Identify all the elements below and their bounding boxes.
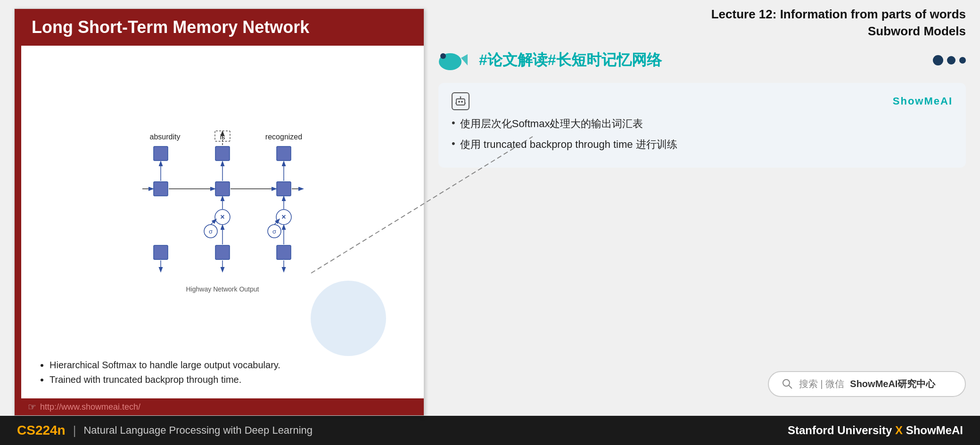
node-t1-top bbox=[154, 146, 168, 161]
bottom-bar: CS224n | Natural Language Processing wit… bbox=[0, 416, 980, 445]
showmeai-brand: ShowMeAI bbox=[893, 95, 953, 107]
slide-footer: ☞ http://www.showmeai.tech/ bbox=[21, 398, 424, 415]
bullet-1: Hierarchical Softmax to handle large out… bbox=[49, 360, 410, 371]
dot-small bbox=[959, 57, 966, 64]
svg-point-1 bbox=[440, 53, 446, 59]
gate-x-t3: × bbox=[281, 213, 286, 221]
slide-left-bar bbox=[15, 9, 21, 415]
sigma-t3: σ bbox=[272, 228, 276, 235]
diagram-caption: Highway Network Output bbox=[133, 285, 312, 293]
x-mark: X bbox=[895, 424, 906, 437]
course-name: Natural Language Processing with Deep Le… bbox=[83, 424, 313, 437]
deco-dots bbox=[933, 55, 966, 65]
slide-diagram: absurdity is recognized bbox=[35, 55, 410, 355]
search-divider: 搜索 | 微信 bbox=[799, 378, 844, 390]
node-t1-bot bbox=[154, 245, 168, 259]
ai-bullet-1: 使用层次化Softmax处理大的输出词汇表 bbox=[452, 117, 953, 131]
node-t3-mid bbox=[277, 182, 291, 196]
lecture-line1: Lecture 12: Information from parts of wo… bbox=[438, 6, 966, 23]
lecture-header: Lecture 12: Information from parts of wo… bbox=[438, 0, 966, 40]
deco-area: #论文解读#长短时记忆网络 bbox=[438, 48, 966, 73]
node-t2-bot bbox=[215, 245, 230, 259]
node-t2-mid bbox=[215, 182, 230, 196]
robot-icon bbox=[455, 96, 466, 107]
svg-point-5 bbox=[461, 101, 463, 103]
slide-body: absurdity is recognized bbox=[21, 46, 424, 398]
deco-wave-icon bbox=[438, 48, 471, 73]
right-panel: Lecture 12: Information from parts of wo… bbox=[424, 0, 980, 416]
ai-bullet-2: 使用 truncated backprop through time 进行训练 bbox=[452, 138, 953, 152]
gate-x-t2: × bbox=[220, 213, 224, 221]
svg-line-11 bbox=[789, 385, 792, 388]
ai-icon bbox=[452, 92, 469, 110]
svg-point-4 bbox=[458, 101, 460, 103]
svg-marker-2 bbox=[461, 54, 468, 65]
dot-large bbox=[933, 55, 943, 65]
sigma-t2: σ bbox=[209, 228, 213, 235]
bottom-left: CS224n | Natural Language Processing wit… bbox=[17, 423, 313, 438]
node-t2-top bbox=[215, 146, 230, 161]
slide-title: Long Short-Term Memory Network bbox=[21, 9, 424, 46]
hashtag-title: #论文解读#长短时记忆网络 bbox=[479, 50, 925, 71]
ai-card-bullets: 使用层次化Softmax处理大的输出词汇表 使用 truncated backp… bbox=[452, 117, 953, 152]
svg-point-7 bbox=[460, 96, 461, 97]
slide-container: Long Short-Term Memory Network absurdity… bbox=[14, 8, 424, 416]
diagram-svg: absurdity is recognized bbox=[133, 125, 312, 285]
search-box[interactable]: 搜索 | 微信 ShowMeAI研究中心 bbox=[768, 371, 966, 397]
ai-card-header: ShowMeAI bbox=[452, 92, 953, 110]
svg-point-10 bbox=[783, 380, 790, 386]
ai-card: ShowMeAI 使用层次化Softmax处理大的输出词汇表 使用 trunca… bbox=[438, 83, 966, 168]
footer-url[interactable]: http://www.showmeai.tech/ bbox=[40, 402, 140, 412]
course-code: CS224n bbox=[17, 423, 66, 438]
bottom-divider: | bbox=[73, 423, 76, 438]
line-sig-gate-t2 bbox=[211, 219, 216, 225]
word-absurdity: absurdity bbox=[150, 133, 181, 141]
dot-medium bbox=[947, 56, 955, 65]
lecture-line2: Subword Models bbox=[438, 23, 966, 40]
bullet-2: Trained with truncated backprop through … bbox=[49, 374, 410, 385]
word-recognized: recognized bbox=[265, 133, 302, 141]
search-icon bbox=[782, 379, 793, 390]
search-bar: 搜索 | 微信 ShowMeAI研究中心 bbox=[438, 371, 966, 397]
slide-bullets: Hierarchical Softmax to handle large out… bbox=[35, 360, 410, 389]
footer-icon: ☞ bbox=[28, 401, 36, 413]
slide-content: Long Short-Term Memory Network absurdity… bbox=[21, 9, 424, 415]
nn-diagram: absurdity is recognized bbox=[133, 125, 312, 281]
node-t3-top bbox=[277, 146, 291, 161]
main-area: Long Short-Term Memory Network absurdity… bbox=[0, 0, 980, 416]
bottom-right: Stanford University X ShowMeAI bbox=[788, 424, 963, 437]
node-t3-bot bbox=[277, 245, 291, 259]
search-text: ShowMeAI研究中心 bbox=[850, 378, 935, 390]
node-t1-mid bbox=[154, 182, 168, 196]
svg-rect-3 bbox=[456, 99, 465, 105]
